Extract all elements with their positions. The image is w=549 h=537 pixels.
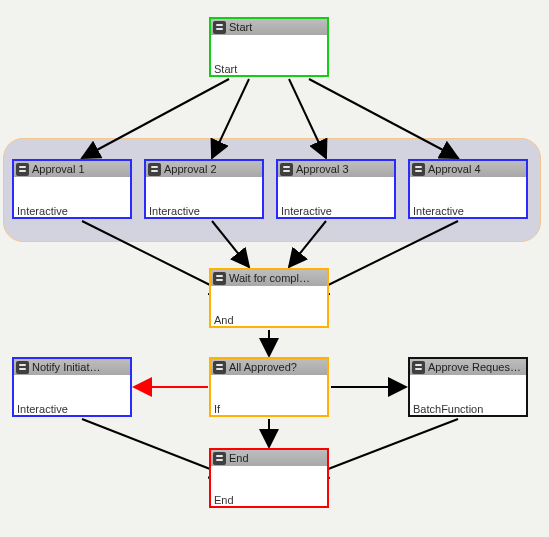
node-title: Wait for compl… [229,272,310,284]
node-type: BatchFunction [410,403,526,417]
task-icon [412,163,425,176]
node-type: Interactive [14,205,130,219]
task-icon [213,452,226,465]
node-approval-3[interactable]: Approval 3 Interactive [276,159,396,219]
node-notify[interactable]: Notify Initiat… Interactive [12,357,132,417]
node-type: Interactive [410,205,526,219]
workflow-canvas[interactable]: Start Start Approval 1 Interactive Appro… [0,0,549,537]
node-title: End [229,452,249,464]
node-approve-request[interactable]: Approve Reques… BatchFunction [408,357,528,417]
node-type: Interactive [278,205,394,219]
task-icon [280,163,293,176]
node-type: If [211,403,327,417]
node-approval-4[interactable]: Approval 4 Interactive [408,159,528,219]
node-title: Approve Reques… [428,361,521,373]
node-approval-1[interactable]: Approval 1 Interactive [12,159,132,219]
task-icon [213,272,226,285]
node-title: Approval 1 [32,163,85,175]
task-icon [412,361,425,374]
node-title: Start [229,21,252,33]
node-approval-2[interactable]: Approval 2 Interactive [144,159,264,219]
task-icon [16,163,29,176]
node-wait[interactable]: Wait for compl… And [209,268,329,328]
node-type: And [211,314,327,328]
node-type: End [211,494,327,508]
task-icon [16,361,29,374]
node-type: Start [211,63,327,77]
node-all-approved[interactable]: All Approved? If [209,357,329,417]
node-title: Notify Initiat… [32,361,100,373]
node-type: Interactive [146,205,262,219]
task-icon [213,21,226,34]
node-title: Approval 4 [428,163,481,175]
node-title: Approval 2 [164,163,217,175]
svg-line-11 [82,419,228,476]
task-icon [148,163,161,176]
node-start[interactable]: Start Start [209,17,329,77]
node-end[interactable]: End End [209,448,329,508]
node-type: Interactive [14,403,130,417]
svg-line-12 [310,419,458,476]
node-title: Approval 3 [296,163,349,175]
node-title: All Approved? [229,361,297,373]
task-icon [213,361,226,374]
